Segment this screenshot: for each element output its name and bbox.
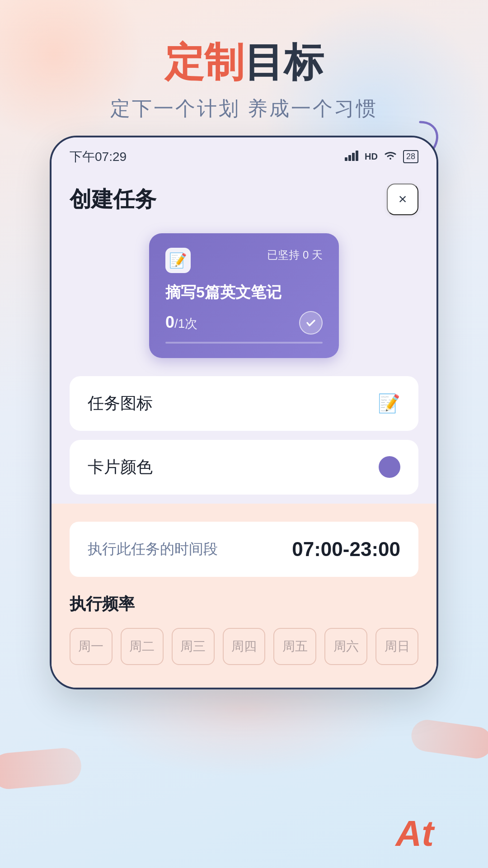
hd-badge: HD <box>365 151 378 162</box>
color-settings-section: 卡片颜色 <box>70 440 418 495</box>
progress-total: 1 <box>178 316 185 330</box>
color-dot <box>379 456 400 478</box>
task-card[interactable]: 📝 已坚持 0 天 摘写5篇英文笔记 0/1次 <box>149 233 339 358</box>
settings-section: 任务图标 📝 <box>70 376 418 431</box>
color-setting-label: 卡片颜色 <box>88 456 153 478</box>
task-progress-bar <box>165 342 323 344</box>
time-range-label: 执行此任务的时间段 <box>88 539 218 559</box>
streak-unit: 天 <box>312 249 323 261</box>
task-progress: 0/1次 <box>165 313 197 332</box>
ribbon-right <box>409 718 488 760</box>
icon-setting-value: 📝 <box>378 393 400 414</box>
svg-rect-3 <box>356 151 358 161</box>
frequency-section: 执行频率 周一 周二 周三 周四 周五 周六 周日 <box>70 593 418 665</box>
title-dark: 目标 <box>244 40 324 85</box>
weekday-wednesday[interactable]: 周三 <box>172 628 215 665</box>
status-time: 下午07:29 <box>70 148 127 165</box>
task-card-container: 📝 已坚持 0 天 摘写5篇英文笔记 0/1次 <box>70 233 418 358</box>
icon-setting-row[interactable]: 任务图标 📝 <box>70 376 418 431</box>
app-title: 创建任务 <box>70 185 156 214</box>
time-range-value: 07:00-23:00 <box>292 538 400 561</box>
task-check-button[interactable] <box>299 311 323 335</box>
icon-setting-label: 任务图标 <box>88 392 153 415</box>
at-label: At <box>396 813 434 854</box>
battery-icon: 28 <box>403 150 418 163</box>
wifi-icon <box>383 151 398 163</box>
task-icon: 📝 <box>165 248 191 273</box>
time-range-card[interactable]: 执行此任务的时间段 07:00-23:00 <box>70 522 418 577</box>
progress-current: 0 <box>165 313 174 331</box>
weekday-friday[interactable]: 周五 <box>273 628 316 665</box>
status-icons: HD 28 <box>345 150 418 164</box>
color-setting-row[interactable]: 卡片颜色 <box>70 440 418 495</box>
task-card-bottom: 0/1次 <box>165 311 323 335</box>
weekday-sunday[interactable]: 周日 <box>375 628 418 665</box>
streak-label: 已坚持 <box>267 249 300 261</box>
task-streak: 已坚持 0 天 <box>267 248 323 262</box>
svg-rect-2 <box>352 153 355 161</box>
app-content: 创建任务 × 📝 已坚持 0 天 摘写5篇英文笔记 0/1次 <box>52 170 436 688</box>
svg-rect-0 <box>345 157 347 161</box>
bottom-section: 执行此任务的时间段 07:00-23:00 执行频率 周一 周二 周三 周四 周… <box>52 504 436 688</box>
weekday-saturday[interactable]: 周六 <box>324 628 367 665</box>
weekday-tuesday[interactable]: 周二 <box>121 628 164 665</box>
task-name: 摘写5篇英文笔记 <box>165 282 323 302</box>
weekday-thursday[interactable]: 周四 <box>223 628 266 665</box>
title-highlight: 定制 <box>164 40 244 85</box>
progress-unit: 次 <box>185 316 197 330</box>
app-header: 创建任务 × <box>70 184 418 215</box>
close-button[interactable]: × <box>387 184 418 215</box>
signal-icon <box>345 150 359 164</box>
streak-count: 0 <box>303 249 309 261</box>
weekdays-row: 周一 周二 周三 周四 周五 周六 周日 <box>70 628 418 665</box>
ribbon-left <box>0 746 83 790</box>
page-title: 定制目标 <box>0 41 488 85</box>
status-bar: 下午07:29 HD 28 <box>52 137 436 170</box>
page-header: 定制目标 定下一个计划 养成一个习惯 <box>0 0 488 136</box>
weekday-monday[interactable]: 周一 <box>70 628 113 665</box>
svg-rect-1 <box>348 155 351 161</box>
page-subtitle: 定下一个计划 养成一个习惯 <box>0 95 488 122</box>
phone-frame: 下午07:29 HD 28 <box>50 136 438 689</box>
frequency-title: 执行频率 <box>70 593 418 615</box>
task-card-top: 📝 已坚持 0 天 <box>165 248 323 273</box>
